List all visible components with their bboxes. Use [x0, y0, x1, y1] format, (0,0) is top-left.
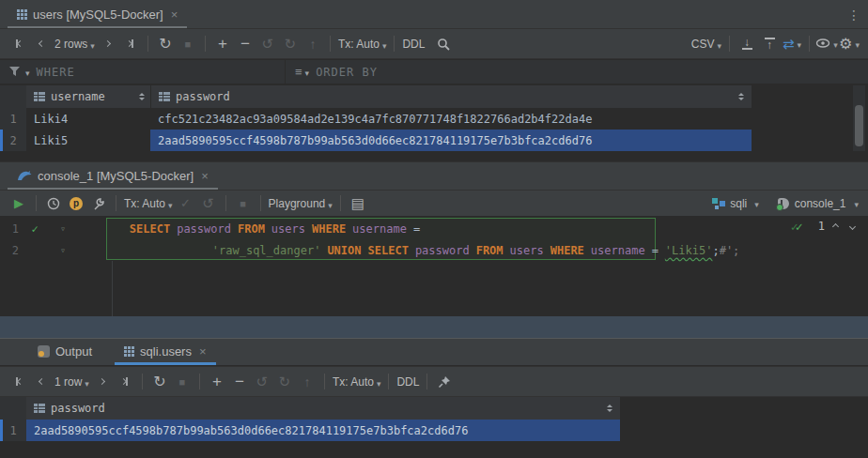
last-page-button[interactable] [114, 372, 136, 392]
row-number[interactable]: 1 [0, 420, 26, 441]
pin-icon[interactable] [433, 372, 456, 392]
session-switcher-dropdown[interactable]: console_1▾ [778, 197, 859, 210]
mysql-dolphin-icon [17, 170, 32, 181]
line-number: 1 [0, 222, 19, 236]
close-icon[interactable]: × [201, 169, 209, 183]
next-page-button[interactable] [91, 372, 114, 392]
filter-bar: ▾ WHERE ≡▾ ORDER BY [0, 59, 868, 84]
results-ok-icon: ✓✓ [791, 220, 810, 233]
column-header-password[interactable]: password [150, 85, 752, 108]
table-row: 1 Liki4 cfc521c23482ac93a09584ad2e139c4a… [0, 108, 752, 130]
next-page-button[interactable] [97, 34, 119, 54]
first-page-button[interactable] [8, 372, 30, 392]
prev-page-button[interactable] [30, 372, 53, 392]
cell-password-selected[interactable]: 2aad5890595ccf4598b787b99ab563d0d66ec821… [150, 130, 752, 151]
revert-icon: ↻ [273, 372, 296, 392]
table-grid-icon [124, 346, 134, 357]
prev-result-chevron[interactable] [832, 222, 839, 229]
tx-mode-dropdown[interactable]: Tx: Auto▾ [333, 375, 381, 389]
selected-row-marker [0, 420, 3, 441]
revert-icon: ↻ [279, 34, 302, 54]
search-icon[interactable] [432, 34, 455, 54]
prev-page-button[interactable] [30, 34, 53, 54]
gear-icon[interactable]: ⚙▾ [838, 34, 860, 54]
ide-window: users [MySQL5-Docker] × ⋮ 2 rows▾ ↻ ■ + … [0, 0, 868, 458]
result-count: 1 [818, 220, 825, 233]
inspection-widget: ✓✓ 1 [791, 220, 855, 233]
export-format-dropdown[interactable]: CSV▾ [691, 38, 721, 51]
sync-icon[interactable]: ⇄▾ [781, 34, 803, 54]
cell-password[interactable]: cfc521c23482ac93a09584ad2e139c4a7fc87077… [150, 108, 752, 130]
reload-icon[interactable]: ↻ [148, 372, 171, 392]
delete-row-icon[interactable]: − [228, 372, 251, 392]
tx-mode-dropdown[interactable]: Tx: Auto▾ [338, 38, 387, 51]
playground-mode-dropdown[interactable]: Playground▾ [269, 197, 333, 210]
fold-marker-icon[interactable]: ▿ [51, 223, 75, 234]
submit-icon: ↑ [296, 372, 318, 392]
sort-icon[interactable] [607, 405, 612, 412]
ddl-button[interactable]: DDL [402, 38, 425, 51]
grid-toolbar: 2 rows▾ ↻ ■ + − ↺ ↻ ↑ Tx: Auto▾ DDL CSV▾… [0, 29, 868, 58]
row-number[interactable]: 1 [0, 108, 26, 130]
row-number[interactable]: 2 [0, 130, 26, 151]
order-by-icon: ≡ [295, 65, 302, 79]
cell-password-selected[interactable]: 2aad5890595ccf4598b787b99ab563d0d66ec821… [26, 420, 620, 441]
stop-icon: ■ [171, 372, 194, 392]
delete-row-icon[interactable]: − [234, 34, 256, 54]
next-result-chevron[interactable] [849, 222, 856, 229]
tab-title: users [MySQL5-Docker] [33, 8, 163, 22]
fold-guide-line [112, 261, 113, 316]
add-row-icon[interactable]: + [206, 372, 228, 392]
fold-marker-icon[interactable]: ▿ [51, 245, 75, 255]
run-button[interactable]: ▶ [8, 193, 30, 214]
close-icon[interactable]: × [199, 344, 207, 359]
add-row-icon[interactable]: + [211, 34, 234, 54]
cell-username[interactable]: Liki4 [26, 108, 150, 130]
sort-icon[interactable] [139, 93, 145, 100]
export-data-icon[interactable]: ↓ [736, 34, 758, 54]
column-header-username[interactable]: username [26, 85, 150, 108]
page-size-dropdown[interactable]: 1 row▾ [54, 375, 89, 389]
schema-switcher-dropdown[interactable]: sqli▾ [712, 197, 759, 210]
tx-mode-dropdown[interactable]: Tx: Auto▾ [124, 197, 173, 210]
stop-icon: ■ [177, 34, 199, 54]
submit-icon: ↑ [302, 34, 324, 54]
tab-users-table[interactable]: users [MySQL5-Docker] × [8, 0, 187, 28]
first-page-button[interactable] [8, 34, 30, 54]
undo-icon: ↺ [251, 372, 273, 392]
page-size-dropdown[interactable]: 2 rows▾ [54, 38, 95, 51]
schema-icon [712, 198, 725, 209]
cell-username[interactable]: Liki5 [26, 130, 150, 151]
scrollbar-thumb[interactable] [855, 105, 863, 146]
order-by-input[interactable]: ≡▾ ORDER BY [286, 65, 378, 79]
tab-result-sqli-users[interactable]: sqli.users × [115, 338, 216, 365]
result-row: 1 2aad5890595ccf4598b787b99ab563d0d66ec8… [0, 420, 620, 441]
result-toolbar: 1 row▾ ↻ ■ + − ↺ ↻ ↑ Tx: Auto▾ DDL [0, 366, 868, 396]
selected-row-marker [0, 130, 3, 151]
close-icon[interactable]: × [171, 8, 178, 22]
import-data-icon[interactable]: ↑ [758, 34, 781, 54]
funnel-icon [9, 67, 21, 77]
undo-icon: ↺ [256, 34, 279, 54]
last-page-button[interactable] [119, 34, 142, 54]
executed-ok-icon: ✓ [19, 222, 51, 236]
ddl-button[interactable]: DDL [396, 375, 419, 389]
console-tab-bar: console_1 [MySQL5-Docker] × ⋮ [0, 161, 868, 190]
column-icon [34, 404, 45, 413]
active-tab-underline [115, 362, 216, 365]
reload-icon[interactable]: ↻ [154, 34, 177, 54]
table-row: 2 Liki5 2aad5890595ccf4598b787b99ab563d0… [0, 130, 752, 151]
splitter-bar[interactable] [0, 316, 868, 338]
history-clock-icon[interactable] [42, 193, 65, 214]
column-header-password[interactable]: password [26, 397, 620, 420]
kebab-menu-icon[interactable]: ⋮ [847, 8, 860, 23]
column-icon [159, 92, 170, 101]
sort-icon[interactable] [738, 93, 744, 100]
tab-output[interactable]: Output [28, 338, 101, 365]
where-filter-input[interactable]: ▾ WHERE [0, 66, 285, 79]
sql-editor[interactable]: 1 ✓ ▿ SELECTpasswordFROMusersWHEREuserna… [0, 216, 868, 316]
column-icon [34, 92, 45, 101]
eye-icon[interactable]: ▾ [815, 34, 838, 54]
tab-console[interactable]: console_1 [MySQL5-Docker] × [8, 161, 218, 190]
tab-title: console_1 [MySQL5-Docker] [38, 169, 194, 183]
